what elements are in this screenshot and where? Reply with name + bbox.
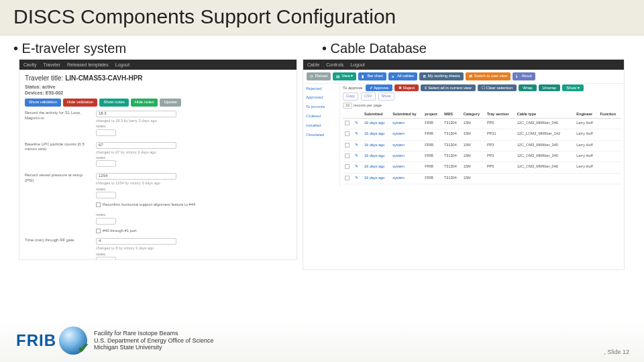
view-icon	[336, 74, 340, 78]
approve-button[interactable]: ✔ Approve	[366, 84, 393, 91]
column-header[interactable]: Tray section	[485, 111, 515, 119]
frib-logo: FRIB Facility for Rare Isotope Beams U.S…	[16, 326, 213, 355]
traveler-step: Baseline LPC particle counts (0.5 micron…	[25, 142, 291, 170]
step-input[interactable]: 1254	[96, 173, 176, 180]
notes-input[interactable]	[96, 192, 116, 198]
reload-button[interactable]: Reload	[307, 72, 331, 80]
stage-link[interactable]: Approved	[306, 95, 337, 101]
nav-item[interactable]: Controls	[326, 62, 343, 68]
show--button[interactable]: Show ▾	[562, 84, 584, 91]
nav-item[interactable]: Released templates	[67, 62, 109, 68]
checkbox[interactable]	[96, 229, 101, 233]
nav-item[interactable]: Traveler	[43, 62, 60, 68]
step-input[interactable]: 67	[96, 142, 176, 149]
stage-link[interactable]: Rejected	[306, 86, 337, 92]
row-checkbox[interactable]	[345, 143, 350, 147]
checkbox[interactable]	[96, 202, 101, 207]
edit-icon[interactable]	[355, 143, 359, 147]
nav-item[interactable]: Cable	[307, 62, 319, 68]
edit-icon[interactable]	[355, 164, 359, 168]
nav-item[interactable]: Logout	[350, 62, 364, 68]
view--button[interactable]: View ▾	[333, 72, 356, 80]
step-checkbox-row: Reconfirm horizontal support alignment f…	[96, 202, 291, 208]
row-checkbox[interactable]	[345, 164, 350, 169]
notes-input[interactable]	[96, 257, 116, 260]
nav-item[interactable]: Cavity	[23, 62, 36, 68]
about-button[interactable]: About	[513, 72, 535, 80]
cabledb-navbar: Cable Controls Logout	[303, 60, 624, 70]
column-header[interactable]: Category	[462, 111, 485, 119]
row-checkbox[interactable]	[345, 154, 350, 158]
notes-label: notes:	[96, 187, 291, 192]
update-button[interactable]: Update	[160, 99, 180, 107]
step-meta: changed to 18.3 by barry 3 days ago	[96, 119, 291, 123]
stage-link[interactable]: To procure	[306, 105, 337, 110]
bar-icon	[362, 74, 366, 78]
stage-link[interactable]: Installed	[306, 123, 337, 129]
unwrap-button[interactable]: Unwrap	[539, 84, 561, 91]
page-size-select[interactable]: 10	[343, 103, 352, 109]
step-input[interactable]: 4	[96, 238, 176, 245]
column-header[interactable]: WBS	[442, 111, 462, 119]
edit-icon[interactable]	[355, 131, 359, 135]
info-icon	[516, 74, 520, 78]
slide-title: DISCS Components Support Configuration	[13, 5, 631, 28]
row-checkbox[interactable]	[345, 176, 350, 180]
reject-button[interactable]: ✖ Reject	[394, 84, 419, 91]
row-checkbox[interactable]	[345, 121, 350, 125]
column-header[interactable]	[353, 111, 362, 119]
step-checkbox-row: #40 through #1 port	[96, 229, 291, 234]
show-notes-button[interactable]: Show notes	[99, 99, 128, 107]
nav-item[interactable]: Logout	[115, 62, 129, 68]
util-row: Copy CSV Show	[343, 93, 621, 100]
column-header[interactable]	[343, 111, 353, 119]
step-label: Baseline LPC particle counts (0.5 micron…	[25, 142, 92, 170]
step-meta: changed to 8 by victory 3 days ago	[96, 246, 291, 251]
copy-button[interactable]: Copy	[343, 93, 358, 100]
show-button[interactable]: Show	[378, 93, 394, 100]
globe-icon	[59, 326, 87, 355]
column-header[interactable]	[570, 111, 574, 119]
step-input[interactable]: 18.3	[96, 111, 176, 117]
title-band: DISCS Components Support Configuration	[0, 0, 644, 36]
edit-icon[interactable]	[355, 154, 359, 158]
row-checkbox[interactable]	[345, 131, 350, 136]
column-header[interactable]: Submitted	[362, 111, 390, 119]
edit-icon[interactable]	[355, 176, 359, 180]
csv-button[interactable]: CSV	[361, 93, 376, 100]
notes-input[interactable]	[96, 160, 116, 167]
frib-subtext: Facility for Rare Isotope Beams U.S. Dep…	[94, 330, 213, 351]
traveler-step: Record vessel pressure at setup (PSI)125…	[25, 173, 291, 208]
notes-input[interactable]	[96, 129, 116, 136]
bar-chart-button[interactable]: Bar chart	[358, 72, 386, 80]
show-validation-button[interactable]: Show validation	[25, 99, 61, 107]
column-header[interactable]: Function	[598, 111, 621, 119]
slide-footer: FRIB Facility for Rare Isotope Beams U.S…	[0, 319, 644, 362]
stage-link[interactable]: Obsoleted	[306, 133, 337, 138]
notes-label: notes:	[96, 252, 291, 257]
all-cables-button[interactable]: All cables	[388, 72, 417, 80]
switch-to-user-view-button[interactable]: Switch to user view	[466, 72, 511, 80]
notes-input[interactable]	[96, 218, 116, 225]
table-row: 16 days agosystemFRIBT3130415MPP512C_OM3…	[343, 119, 621, 129]
cabledb-stages: RejectedApprovedTo procureOrderedInstall…	[303, 84, 340, 186]
stage-link[interactable]: Ordered	[306, 114, 337, 119]
clear-selection-button[interactable]: ☐ Clear selection	[478, 84, 517, 91]
edit-icon[interactable]	[355, 121, 359, 125]
cabledb-toolbar: ReloadView ▾Bar chartAll cablesMy workin…	[303, 70, 624, 84]
wrap-button[interactable]: Wrap	[519, 84, 536, 91]
my-working-sheets-button[interactable]: My working sheets	[419, 72, 464, 80]
column-header[interactable]: Engineer	[574, 111, 598, 119]
etraveler-navbar: Cavity Traveler Released templates Logou…	[19, 60, 297, 70]
hide-notes-button[interactable]: Hide notes	[131, 99, 158, 107]
cable-table: SubmittedSubmitted byprojectWBSCategoryT…	[343, 111, 621, 184]
hide-validation-button[interactable]: Hide validation	[63, 99, 97, 107]
column-header[interactable]: Cable type	[515, 111, 570, 119]
column-header[interactable]: project	[423, 111, 442, 119]
approve-label: To approve	[343, 86, 363, 91]
select-all-in-current-view-button[interactable]: ≡ Select all in current view	[421, 84, 476, 91]
column-header[interactable]: Submitted by	[390, 111, 423, 119]
list-icon	[392, 74, 396, 78]
traveler-devices: Devices: E53-002	[25, 90, 291, 96]
notes-label: notes:	[96, 213, 291, 217]
